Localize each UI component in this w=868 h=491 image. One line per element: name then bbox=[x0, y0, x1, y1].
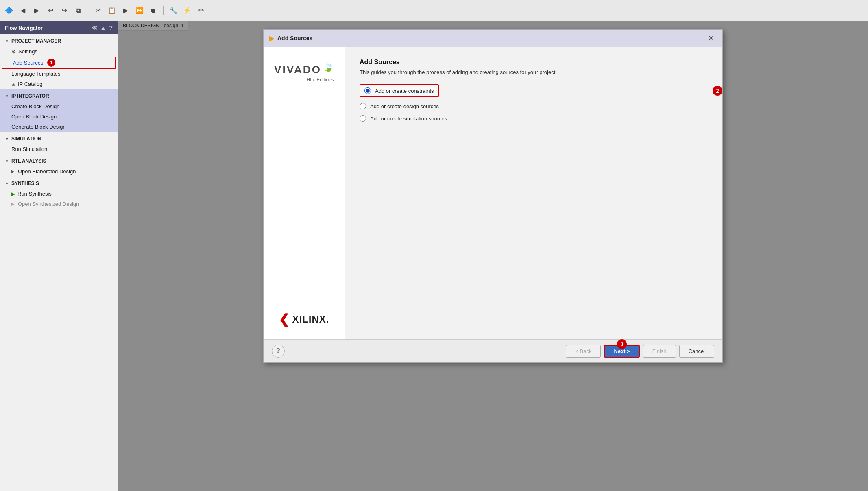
toolbar-btn-7[interactable]: 📋 bbox=[106, 5, 118, 16]
modal-description: This guides you through the process of a… bbox=[360, 69, 708, 75]
radio-design-sources[interactable] bbox=[360, 103, 366, 109]
toolbar-btn-10[interactable]: ⏺ bbox=[148, 5, 159, 16]
toolbar-btn-6[interactable]: ✂ bbox=[92, 5, 104, 16]
synthesized-expand-icon: ▶ bbox=[11, 202, 15, 206]
add-sources-badge: 1 bbox=[47, 59, 55, 67]
xilinx-text: XILINX. bbox=[292, 314, 329, 325]
section-synthesis[interactable]: ▼ SYNTHESIS bbox=[0, 177, 118, 189]
sidebar-item-open-elaborated[interactable]: ▶ Open Elaborated Design bbox=[0, 166, 118, 177]
section-simulation[interactable]: ▼ SIMULATION bbox=[0, 132, 118, 144]
toolbar-btn-4[interactable]: ↪ bbox=[59, 5, 70, 16]
next-button-wrapper: 3 Next > bbox=[604, 345, 639, 358]
section-rtl-analysis[interactable]: ▼ RTL ANALYSIS bbox=[0, 154, 118, 166]
modal-section-title: Add Sources bbox=[360, 59, 708, 66]
add-sources-label: Add Sources bbox=[13, 60, 43, 66]
vivado-text: VIVADO bbox=[274, 63, 321, 76]
constraints-label: Add or create constraints bbox=[375, 88, 434, 94]
generate-block-design-label: Generate Block Design bbox=[11, 124, 66, 130]
modal-overlay: ▶ Add Sources ✕ VIVADO 🍃 H bbox=[118, 21, 868, 491]
cancel-button[interactable]: Cancel bbox=[679, 345, 714, 358]
modal-title-text: Add Sources bbox=[277, 35, 312, 41]
section-project-manager-label: PROJECT MANAGER bbox=[11, 38, 61, 44]
modal-close-button[interactable]: ✕ bbox=[706, 33, 717, 44]
step2-badge: 2 bbox=[713, 86, 722, 96]
toolbar-btn-2[interactable]: ▶ bbox=[31, 5, 42, 16]
chevron-ip-integrator: ▼ bbox=[5, 94, 9, 98]
add-sources-modal: ▶ Add Sources ✕ VIVADO 🍃 H bbox=[263, 29, 723, 363]
toolbar-btn-1[interactable]: ◀ bbox=[17, 5, 28, 16]
sidebar-item-open-block-design[interactable]: Open Block Design bbox=[0, 111, 118, 122]
section-rtl-analysis-label: RTL ANALYSIS bbox=[11, 158, 46, 164]
radio-item-design-sources[interactable]: Add or create design sources bbox=[360, 103, 708, 109]
modal-titlebar: ▶ Add Sources ✕ bbox=[264, 30, 722, 47]
radio-constraints[interactable] bbox=[364, 87, 371, 94]
sidebar-item-open-synthesized[interactable]: ▶ Open Synthesized Design bbox=[0, 199, 118, 209]
sidebar-item-run-synthesis[interactable]: ▶ Run Synthesis bbox=[0, 189, 118, 199]
settings-icon: ⚙ bbox=[11, 49, 16, 55]
main-layout: Flow Navigator ≪ ▲ ? ▼ PROJECT MANAGER ⚙… bbox=[0, 21, 868, 491]
sidebar-item-add-sources[interactable]: Add Sources 1 bbox=[2, 57, 116, 69]
footer-left: ? bbox=[272, 345, 285, 358]
sidebar-item-create-block-design[interactable]: Create Block Design bbox=[0, 101, 118, 111]
step3-badge: 3 bbox=[617, 339, 627, 349]
finish-button[interactable]: Finish bbox=[643, 345, 676, 358]
toolbar-btn-8[interactable]: ▶ bbox=[120, 5, 131, 16]
sidebar-item-language-templates[interactable]: Language Templates bbox=[0, 69, 118, 79]
sidebar-item-ip-catalog[interactable]: ⊞ IP Catalog bbox=[0, 79, 118, 89]
app-icon[interactable]: 🔷 bbox=[3, 5, 15, 16]
play-icon: ▶ bbox=[11, 191, 15, 197]
chevron-simulation: ▼ bbox=[5, 137, 9, 141]
back-button[interactable]: < Back bbox=[566, 345, 601, 358]
radio-item-constraints[interactable]: Add or create constraints bbox=[360, 84, 439, 97]
modal-title-container: ▶ Add Sources bbox=[269, 35, 312, 42]
radio-simulation-sources[interactable] bbox=[360, 115, 366, 122]
chevron-project-manager: ▼ bbox=[5, 39, 9, 44]
sidebar-header: Flow Navigator ≪ ▲ ? bbox=[0, 21, 118, 34]
ip-catalog-icon: ⊞ bbox=[11, 81, 15, 87]
vivado-logo: VIVADO 🍃 HLx Editions bbox=[274, 63, 334, 83]
sidebar-item-generate-block-design[interactable]: Generate Block Design bbox=[0, 122, 118, 132]
section-ip-integrator-label: IP INTEGRATOR bbox=[11, 93, 49, 99]
vivado-leaf-icon: 🍃 bbox=[323, 62, 334, 72]
elaborated-expand-icon: ▶ bbox=[11, 169, 15, 174]
chevron-rtl-analysis: ▼ bbox=[5, 159, 9, 164]
sidebar-help-icon[interactable]: ? bbox=[109, 24, 113, 31]
section-project-manager[interactable]: ▼ PROJECT MANAGER bbox=[0, 34, 118, 46]
constraints-option-container: Add or create constraints 2 bbox=[360, 84, 708, 97]
sidebar-header-icons: ≪ ▲ ? bbox=[91, 24, 113, 31]
design-sources-label: Add or create design sources bbox=[370, 103, 439, 109]
section-ip-integrator[interactable]: ▼ IP INTEGRATOR bbox=[0, 89, 118, 101]
content-area: BLOCK DESIGN - design_1 ▶ Add Sources ✕ bbox=[118, 21, 868, 491]
modal-title-icon: ▶ bbox=[269, 35, 274, 42]
toolbar-btn-5[interactable]: ⧉ bbox=[72, 5, 84, 16]
xilinx-logo: ❮ XILINX. bbox=[279, 312, 329, 327]
chevron-synthesis: ▼ bbox=[5, 181, 9, 186]
sidebar-up-icon[interactable]: ▲ bbox=[100, 24, 106, 31]
sidebar-item-run-simulation[interactable]: Run Simulation bbox=[0, 144, 118, 154]
xilinx-symbol: ❮ bbox=[279, 312, 290, 327]
radio-group: Add or create constraints 2 Add or creat… bbox=[360, 84, 708, 122]
run-simulation-label: Run Simulation bbox=[11, 146, 47, 152]
toolbar-btn-3[interactable]: ↩ bbox=[45, 5, 56, 16]
section-simulation-label: SIMULATION bbox=[11, 136, 41, 142]
toolbar-btn-9[interactable]: ⏩ bbox=[134, 5, 145, 16]
sidebar-item-settings[interactable]: ⚙ Settings bbox=[0, 46, 118, 57]
modal-right-panel: Add Sources This guides you through the … bbox=[345, 47, 722, 339]
vivado-hlx-text: HLx Editions bbox=[274, 77, 334, 83]
toolbar-btn-13[interactable]: ✏ bbox=[195, 5, 207, 16]
toolbar-btn-11[interactable]: 🔧 bbox=[168, 5, 179, 16]
modal-body: VIVADO 🍃 HLx Editions ❮ XILINX. Add Sour bbox=[264, 47, 722, 339]
open-block-design-label: Open Block Design bbox=[11, 113, 57, 120]
footer-buttons: < Back 3 Next > Finish Cancel bbox=[566, 345, 714, 358]
toolbar-btn-12[interactable]: ⚡ bbox=[181, 5, 193, 16]
help-button[interactable]: ? bbox=[272, 345, 285, 358]
create-block-design-label: Create Block Design bbox=[11, 103, 60, 109]
run-synthesis-label: Run Synthesis bbox=[17, 191, 52, 197]
sidebar-title: Flow Navigator bbox=[5, 25, 43, 31]
sidebar: Flow Navigator ≪ ▲ ? ▼ PROJECT MANAGER ⚙… bbox=[0, 21, 118, 491]
sidebar-pin-icon[interactable]: ≪ bbox=[91, 24, 97, 31]
radio-item-simulation-sources[interactable]: Add or create simulation sources bbox=[360, 115, 708, 122]
ip-catalog-label: IP Catalog bbox=[18, 81, 42, 87]
open-elaborated-label: Open Elaborated Design bbox=[18, 168, 76, 175]
top-toolbar: 🔷 ◀ ▶ ↩ ↪ ⧉ ✂ 📋 ▶ ⏩ ⏺ 🔧 ⚡ ✏ bbox=[0, 0, 868, 21]
